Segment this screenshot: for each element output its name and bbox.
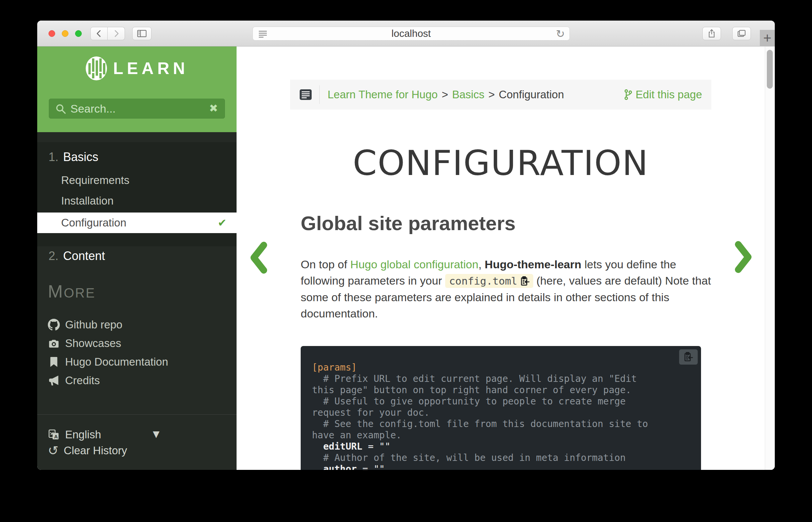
address-bar[interactable]: localhost ↻: [253, 26, 570, 41]
breadcrumb: Learn Theme for Hugo > Basics > Configur…: [290, 80, 711, 109]
sidebar-header: LEARN ✖: [37, 46, 237, 132]
menu-icon[interactable]: [299, 89, 313, 100]
tabs-icon: [737, 29, 746, 38]
previous-page-chevron-icon[interactable]: [249, 242, 270, 274]
section-title-basics[interactable]: 1.Basics: [48, 150, 98, 164]
search-input[interactable]: [71, 99, 203, 118]
camera-icon: [48, 337, 60, 349]
sidebar-link-hugo-documentation[interactable]: Hugo Documentation: [48, 353, 227, 371]
section-number: 2.: [48, 249, 58, 263]
new-tab-button[interactable]: +: [760, 30, 775, 46]
clear-history-button[interactable]: ↺ Clear History: [48, 443, 127, 459]
reload-icon[interactable]: ↻: [556, 27, 565, 40]
edit-this-page-link[interactable]: Edit this page: [623, 88, 702, 101]
zoom-window-button[interactable]: [75, 30, 82, 37]
language-selector[interactable]: A English: [48, 427, 101, 443]
section-heading: Global site parameters: [301, 212, 516, 235]
code-line: author = "": [312, 464, 690, 470]
github-icon: [48, 319, 60, 331]
forward-button[interactable]: [108, 27, 125, 40]
sidebar-toggle-icon: [137, 29, 147, 38]
chevron-down-icon[interactable]: ▼: [153, 429, 159, 439]
close-window-button[interactable]: [48, 30, 55, 37]
search-box: ✖: [49, 99, 225, 119]
sidebar-link-showcases[interactable]: Showcases: [48, 334, 227, 353]
bookmark-icon: [48, 356, 60, 368]
reader-icon[interactable]: [258, 29, 268, 38]
sidebar-link-github[interactable]: Github repo: [48, 316, 227, 334]
code-line: editURL = "": [312, 441, 690, 452]
svg-text:A: A: [54, 434, 58, 439]
browser-window: localhost ↻ +: [37, 21, 775, 470]
section-title-content[interactable]: 2.Content: [48, 249, 105, 263]
tab-overview-button[interactable]: [732, 27, 751, 40]
language-icon: A: [48, 429, 60, 441]
page-content: Learn Theme for Hugo > Basics > Configur…: [237, 46, 765, 470]
breadcrumb-current-page: Configuration: [499, 88, 564, 101]
scrollbar-thumb[interactable]: [767, 50, 773, 89]
code-line: [params]: [312, 362, 690, 373]
plus-icon: +: [763, 30, 771, 46]
code-line: # Useful to give opportunity to people t…: [312, 396, 690, 407]
code-line: this page" button on top right hand corn…: [312, 384, 690, 396]
next-page-chevron-icon[interactable]: [732, 241, 754, 273]
code-line: request for your doc.: [312, 407, 690, 418]
code-line: # Author of the site, will be used in me…: [312, 452, 690, 464]
code-line: # Prefix URL to edit current page. Will …: [312, 373, 690, 384]
page-title: CONFIGURATION: [290, 143, 711, 183]
copy-icon: [684, 352, 693, 362]
breadcrumb-site-link[interactable]: Learn Theme for Hugo: [328, 88, 438, 101]
sidebar-item-installation[interactable]: Installation: [61, 195, 114, 207]
minimize-window-button[interactable]: [62, 30, 68, 37]
share-icon: [707, 29, 716, 38]
megaphone-icon: [48, 375, 60, 386]
git-branch-icon: [623, 89, 633, 100]
share-button[interactable]: [702, 27, 721, 40]
code-block: [params] # Prefix URL to edit current pa…: [301, 346, 701, 470]
history-icon: ↺: [48, 444, 58, 457]
url-text: localhost: [391, 28, 431, 39]
scrollbar-track: [765, 46, 775, 470]
breadcrumb-divider: [319, 85, 320, 104]
config-toml-chip: config.toml: [445, 274, 533, 288]
sidebar-toggle-button[interactable]: [132, 27, 152, 40]
sidebar-link-credits[interactable]: Credits: [48, 371, 227, 390]
history-nav-group: [91, 27, 125, 40]
intro-paragraph: On top of Hugo global configuration, Hug…: [301, 256, 713, 322]
check-icon: ✔: [218, 217, 226, 229]
sidebar-item-requirements[interactable]: Requirements: [61, 174, 129, 187]
logo-text: LEARN: [113, 59, 189, 78]
back-button[interactable]: [91, 27, 108, 40]
hugo-global-configuration-link[interactable]: Hugo global configuration: [350, 258, 478, 270]
copy-code-button[interactable]: [679, 349, 698, 365]
back-icon: [95, 29, 103, 38]
site-logo[interactable]: LEARN: [37, 56, 237, 81]
sidebar-footer: A English ↺ Clear History: [37, 415, 237, 469]
forward-icon: [112, 29, 121, 38]
sidebar-item-configuration[interactable]: Configuration ✔: [37, 213, 237, 233]
sidebar-section-basics: 1.Basics Requirements Installation Confi…: [37, 142, 237, 246]
clear-search-icon[interactable]: ✖: [209, 102, 218, 115]
section-number: 1.: [48, 150, 58, 164]
breadcrumb-section-link[interactable]: Basics: [452, 88, 484, 101]
browser-toolbar: localhost ↻ +: [37, 21, 775, 46]
search-icon: [55, 103, 66, 115]
copy-icon[interactable]: [520, 276, 530, 286]
sidebar: LEARN ✖ 1.Basics Requirements Installati…: [37, 46, 237, 470]
code-line: have an example.: [312, 430, 690, 441]
code-line: # See the config.toml file from this doc…: [312, 418, 690, 430]
learn-logo-icon: [85, 56, 108, 81]
more-heading: More: [48, 281, 96, 302]
theme-name: Hugo-theme-learn: [485, 258, 581, 270]
